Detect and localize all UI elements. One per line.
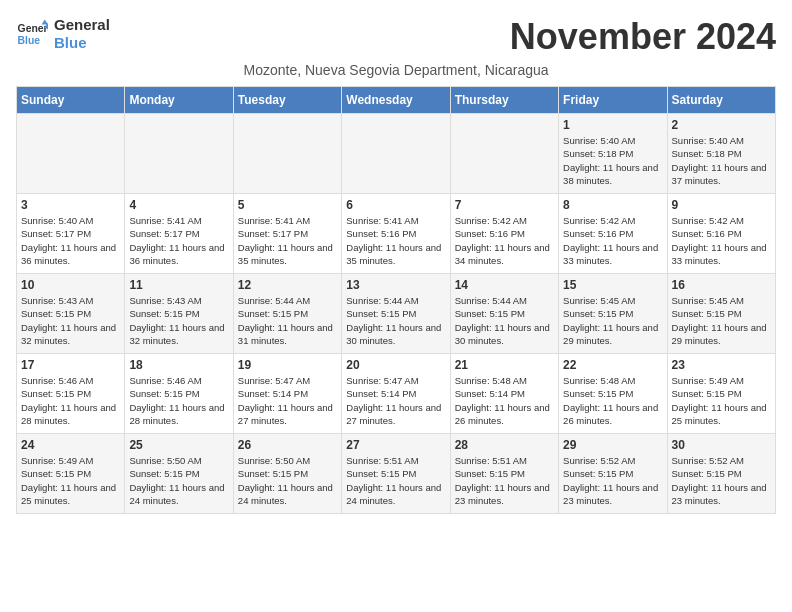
calendar-cell: 8Sunrise: 5:42 AM Sunset: 5:16 PM Daylig… (559, 194, 667, 274)
calendar-cell: 29Sunrise: 5:52 AM Sunset: 5:15 PM Dayli… (559, 434, 667, 514)
day-info: Sunrise: 5:44 AM Sunset: 5:15 PM Dayligh… (455, 294, 554, 347)
calendar-cell: 24Sunrise: 5:49 AM Sunset: 5:15 PM Dayli… (17, 434, 125, 514)
day-info: Sunrise: 5:41 AM Sunset: 5:17 PM Dayligh… (238, 214, 337, 267)
calendar-cell: 7Sunrise: 5:42 AM Sunset: 5:16 PM Daylig… (450, 194, 558, 274)
day-info: Sunrise: 5:48 AM Sunset: 5:15 PM Dayligh… (563, 374, 662, 427)
header-friday: Friday (559, 87, 667, 114)
calendar-cell: 10Sunrise: 5:43 AM Sunset: 5:15 PM Dayli… (17, 274, 125, 354)
day-info: Sunrise: 5:50 AM Sunset: 5:15 PM Dayligh… (129, 454, 228, 507)
day-info: Sunrise: 5:46 AM Sunset: 5:15 PM Dayligh… (21, 374, 120, 427)
calendar-cell: 1Sunrise: 5:40 AM Sunset: 5:18 PM Daylig… (559, 114, 667, 194)
logo: General Blue General Blue (16, 16, 110, 52)
calendar-cell (450, 114, 558, 194)
day-number: 14 (455, 278, 554, 292)
day-info: Sunrise: 5:41 AM Sunset: 5:16 PM Dayligh… (346, 214, 445, 267)
calendar-cell: 28Sunrise: 5:51 AM Sunset: 5:15 PM Dayli… (450, 434, 558, 514)
calendar-week-5: 24Sunrise: 5:49 AM Sunset: 5:15 PM Dayli… (17, 434, 776, 514)
calendar-cell: 16Sunrise: 5:45 AM Sunset: 5:15 PM Dayli… (667, 274, 775, 354)
day-info: Sunrise: 5:45 AM Sunset: 5:15 PM Dayligh… (672, 294, 771, 347)
day-info: Sunrise: 5:52 AM Sunset: 5:15 PM Dayligh… (672, 454, 771, 507)
calendar-cell: 12Sunrise: 5:44 AM Sunset: 5:15 PM Dayli… (233, 274, 341, 354)
header-saturday: Saturday (667, 87, 775, 114)
day-info: Sunrise: 5:44 AM Sunset: 5:15 PM Dayligh… (346, 294, 445, 347)
calendar-week-4: 17Sunrise: 5:46 AM Sunset: 5:15 PM Dayli… (17, 354, 776, 434)
calendar-cell: 19Sunrise: 5:47 AM Sunset: 5:14 PM Dayli… (233, 354, 341, 434)
calendar-cell: 11Sunrise: 5:43 AM Sunset: 5:15 PM Dayli… (125, 274, 233, 354)
day-info: Sunrise: 5:45 AM Sunset: 5:15 PM Dayligh… (563, 294, 662, 347)
calendar-cell: 23Sunrise: 5:49 AM Sunset: 5:15 PM Dayli… (667, 354, 775, 434)
day-number: 11 (129, 278, 228, 292)
calendar-body: 1Sunrise: 5:40 AM Sunset: 5:18 PM Daylig… (17, 114, 776, 514)
calendar-cell: 25Sunrise: 5:50 AM Sunset: 5:15 PM Dayli… (125, 434, 233, 514)
calendar-cell: 30Sunrise: 5:52 AM Sunset: 5:15 PM Dayli… (667, 434, 775, 514)
logo-icon: General Blue (16, 18, 48, 50)
day-number: 29 (563, 438, 662, 452)
logo-blue: Blue (54, 34, 110, 52)
day-number: 3 (21, 198, 120, 212)
day-info: Sunrise: 5:41 AM Sunset: 5:17 PM Dayligh… (129, 214, 228, 267)
calendar-cell: 13Sunrise: 5:44 AM Sunset: 5:15 PM Dayli… (342, 274, 450, 354)
day-info: Sunrise: 5:50 AM Sunset: 5:15 PM Dayligh… (238, 454, 337, 507)
location-subtitle: Mozonte, Nueva Segovia Department, Nicar… (16, 62, 776, 78)
day-info: Sunrise: 5:52 AM Sunset: 5:15 PM Dayligh… (563, 454, 662, 507)
day-number: 21 (455, 358, 554, 372)
calendar-cell: 17Sunrise: 5:46 AM Sunset: 5:15 PM Dayli… (17, 354, 125, 434)
day-info: Sunrise: 5:46 AM Sunset: 5:15 PM Dayligh… (129, 374, 228, 427)
calendar-cell (233, 114, 341, 194)
day-info: Sunrise: 5:42 AM Sunset: 5:16 PM Dayligh… (563, 214, 662, 267)
day-number: 9 (672, 198, 771, 212)
day-info: Sunrise: 5:51 AM Sunset: 5:15 PM Dayligh… (346, 454, 445, 507)
day-info: Sunrise: 5:47 AM Sunset: 5:14 PM Dayligh… (346, 374, 445, 427)
day-number: 7 (455, 198, 554, 212)
day-number: 23 (672, 358, 771, 372)
svg-text:Blue: Blue (18, 35, 41, 46)
calendar-cell: 18Sunrise: 5:46 AM Sunset: 5:15 PM Dayli… (125, 354, 233, 434)
day-info: Sunrise: 5:42 AM Sunset: 5:16 PM Dayligh… (455, 214, 554, 267)
calendar-cell (342, 114, 450, 194)
day-info: Sunrise: 5:40 AM Sunset: 5:17 PM Dayligh… (21, 214, 120, 267)
logo-general: General (54, 16, 110, 34)
header-tuesday: Tuesday (233, 87, 341, 114)
month-title: November 2024 (510, 16, 776, 58)
page-header: General Blue General Blue November 2024 (16, 16, 776, 58)
calendar-cell: 9Sunrise: 5:42 AM Sunset: 5:16 PM Daylig… (667, 194, 775, 274)
day-number: 24 (21, 438, 120, 452)
day-info: Sunrise: 5:40 AM Sunset: 5:18 PM Dayligh… (563, 134, 662, 187)
day-number: 25 (129, 438, 228, 452)
calendar-cell: 22Sunrise: 5:48 AM Sunset: 5:15 PM Dayli… (559, 354, 667, 434)
header-sunday: Sunday (17, 87, 125, 114)
calendar-cell: 27Sunrise: 5:51 AM Sunset: 5:15 PM Dayli… (342, 434, 450, 514)
day-info: Sunrise: 5:48 AM Sunset: 5:14 PM Dayligh… (455, 374, 554, 427)
day-info: Sunrise: 5:49 AM Sunset: 5:15 PM Dayligh… (672, 374, 771, 427)
day-info: Sunrise: 5:42 AM Sunset: 5:16 PM Dayligh… (672, 214, 771, 267)
calendar-cell: 20Sunrise: 5:47 AM Sunset: 5:14 PM Dayli… (342, 354, 450, 434)
calendar-week-2: 3Sunrise: 5:40 AM Sunset: 5:17 PM Daylig… (17, 194, 776, 274)
day-info: Sunrise: 5:47 AM Sunset: 5:14 PM Dayligh… (238, 374, 337, 427)
calendar-cell (17, 114, 125, 194)
day-number: 15 (563, 278, 662, 292)
calendar-cell: 4Sunrise: 5:41 AM Sunset: 5:17 PM Daylig… (125, 194, 233, 274)
day-number: 18 (129, 358, 228, 372)
day-number: 19 (238, 358, 337, 372)
day-info: Sunrise: 5:44 AM Sunset: 5:15 PM Dayligh… (238, 294, 337, 347)
header-monday: Monday (125, 87, 233, 114)
calendar-cell: 6Sunrise: 5:41 AM Sunset: 5:16 PM Daylig… (342, 194, 450, 274)
calendar-cell: 3Sunrise: 5:40 AM Sunset: 5:17 PM Daylig… (17, 194, 125, 274)
header-thursday: Thursday (450, 87, 558, 114)
day-number: 27 (346, 438, 445, 452)
day-number: 17 (21, 358, 120, 372)
day-number: 6 (346, 198, 445, 212)
day-number: 4 (129, 198, 228, 212)
day-number: 30 (672, 438, 771, 452)
calendar-header-row: SundayMondayTuesdayWednesdayThursdayFrid… (17, 87, 776, 114)
day-number: 28 (455, 438, 554, 452)
calendar-week-1: 1Sunrise: 5:40 AM Sunset: 5:18 PM Daylig… (17, 114, 776, 194)
day-info: Sunrise: 5:51 AM Sunset: 5:15 PM Dayligh… (455, 454, 554, 507)
day-info: Sunrise: 5:49 AM Sunset: 5:15 PM Dayligh… (21, 454, 120, 507)
calendar-cell: 21Sunrise: 5:48 AM Sunset: 5:14 PM Dayli… (450, 354, 558, 434)
day-number: 1 (563, 118, 662, 132)
day-number: 10 (21, 278, 120, 292)
day-number: 13 (346, 278, 445, 292)
calendar-cell: 5Sunrise: 5:41 AM Sunset: 5:17 PM Daylig… (233, 194, 341, 274)
day-number: 8 (563, 198, 662, 212)
